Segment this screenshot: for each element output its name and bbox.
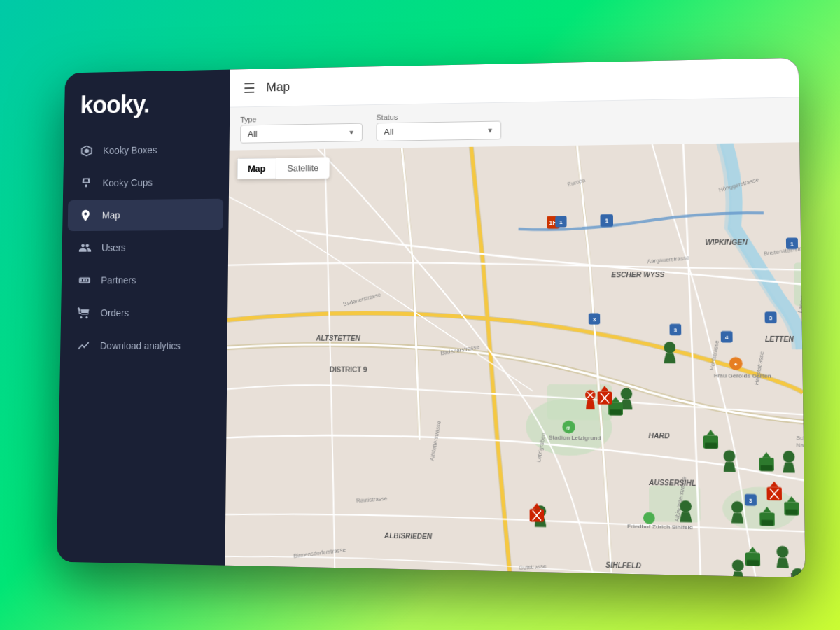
svg-text:ESCHER WYSS: ESCHER WYSS <box>611 271 665 279</box>
svg-text:AUSSERSIHL: AUSSERSIHL <box>648 479 696 488</box>
svg-text:3: 3 <box>749 498 753 505</box>
map-svg: 1 1H Badenerstrasse Badenerstrasse Rauti… <box>225 142 805 578</box>
svg-text:Schweizerisches: Schweizerisches <box>796 435 805 442</box>
status-filter-value: All <box>384 127 393 137</box>
status-filter-label: Status <box>377 111 502 122</box>
svg-text:Stadion Letzigrund: Stadion Letzigrund <box>549 435 601 442</box>
svg-rect-79 <box>705 443 717 449</box>
svg-text:Nationalmuseum: Nationalmuseum <box>796 442 805 449</box>
svg-text:SIHLFELD: SIHLFELD <box>606 561 641 570</box>
filter-row: Type All ▼ Status All ▼ <box>230 97 800 150</box>
status-filter-select[interactable]: All ▼ <box>376 121 501 141</box>
map-pin-icon <box>78 208 93 223</box>
type-filter-select[interactable]: All ▼ <box>240 123 363 144</box>
svg-rect-91 <box>747 560 759 566</box>
map-view-button[interactable]: Map <box>237 158 276 179</box>
sidebar-item-orders[interactable]: Orders <box>66 297 222 328</box>
satellite-view-button[interactable]: Satellite <box>276 157 330 178</box>
app-logo: kooky. <box>64 70 230 136</box>
type-filter-chevron: ▼ <box>348 129 355 136</box>
svg-text:3: 3 <box>593 316 596 323</box>
svg-text:DISTRICT 9: DISTRICT 9 <box>330 366 368 374</box>
box-icon <box>79 144 94 158</box>
type-filter-value: All <box>248 129 258 139</box>
sidebar-label-orders: Orders <box>101 307 130 318</box>
users-icon <box>78 240 92 255</box>
sidebar-item-kooky-cups[interactable]: Kooky Cups <box>68 166 223 199</box>
sidebar-label-kooky-boxes: Kooky Boxes <box>103 144 157 155</box>
svg-rect-85 <box>786 510 798 516</box>
partners-icon <box>77 273 92 288</box>
svg-text:Friedhof Zürich Sihlfeld: Friedhof Zürich Sihlfeld <box>627 524 693 531</box>
svg-text:1: 1 <box>605 218 608 225</box>
map-toggle: Map Satellite <box>237 157 330 179</box>
svg-text:4: 4 <box>725 335 729 341</box>
sidebar-item-users[interactable]: Users <box>67 231 223 263</box>
svg-text:LETTEN: LETTEN <box>765 335 794 344</box>
svg-text:HARD: HARD <box>648 432 669 440</box>
svg-text:ALBISRIEDEN: ALBISRIEDEN <box>384 532 433 541</box>
sidebar-label-download-analytics: Download analytics <box>100 340 181 351</box>
hamburger-menu-icon[interactable]: ☰ <box>244 80 256 97</box>
svg-text:ALTSTETTEN: ALTSTETTEN <box>315 335 360 342</box>
sidebar-label-partners: Partners <box>101 275 136 286</box>
main-content: ☰ Map Type All ▼ Status All ▼ <box>225 58 805 578</box>
svg-text:1: 1 <box>790 241 794 248</box>
sidebar-nav: Kooky Boxes Kooky Cups Map Users <box>60 133 230 362</box>
cup-icon <box>79 176 94 190</box>
svg-text:WIPKINGEN: WIPKINGEN <box>705 239 748 247</box>
sidebar-label-map: Map <box>102 210 120 221</box>
sidebar-label-users: Users <box>102 242 126 253</box>
device-frame: kooky. Kooky Boxes Kooky Cups Map <box>57 58 806 578</box>
svg-text:Frau Gerolds Garten: Frau Gerolds Garten <box>714 372 771 379</box>
svg-text:●: ● <box>734 361 738 368</box>
svg-rect-88 <box>762 520 774 526</box>
svg-text:3: 3 <box>769 315 774 321</box>
type-filter-group: Type All ▼ <box>240 113 363 144</box>
map-container[interactable]: Map Satellite <box>225 142 805 578</box>
orders-icon <box>77 305 92 320</box>
sidebar-item-kooky-boxes[interactable]: Kooky Boxes <box>69 134 224 167</box>
sidebar-item-partners[interactable]: Partners <box>66 264 223 295</box>
chart-icon <box>76 338 91 353</box>
svg-rect-82 <box>761 465 773 472</box>
svg-text:🏟: 🏟 <box>566 426 571 430</box>
sidebar-label-kooky-cups: Kooky Cups <box>102 177 152 188</box>
sidebar-item-map[interactable]: Map <box>68 199 224 231</box>
status-filter-chevron: ▼ <box>486 127 493 134</box>
sidebar-item-download-analytics[interactable]: Download analytics <box>65 330 222 362</box>
svg-text:1: 1 <box>559 219 563 225</box>
svg-rect-76 <box>610 410 622 415</box>
status-filter-group: Status All ▼ <box>376 111 501 141</box>
type-filter-label: Type <box>240 113 363 124</box>
svg-text:3: 3 <box>674 328 678 334</box>
sidebar: kooky. Kooky Boxes Kooky Cups Map <box>57 70 230 566</box>
page-title: Map <box>266 80 290 94</box>
